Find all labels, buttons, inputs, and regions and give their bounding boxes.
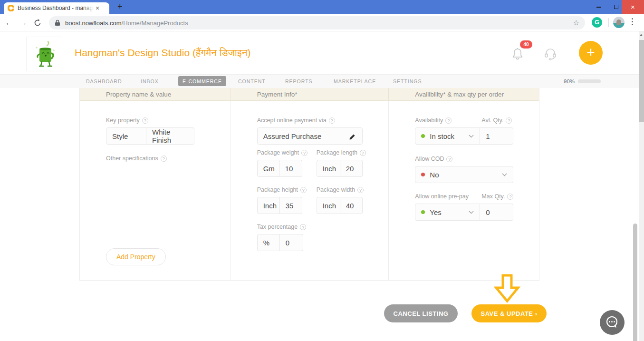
weight-unit-select[interactable]: Gm xyxy=(257,160,279,177)
business-name: Hangman's Design Studio (हैंगमैन डिजाइन) xyxy=(75,47,251,58)
notifications-bell-icon[interactable] xyxy=(511,47,526,61)
height-unit-select[interactable]: Inch xyxy=(257,197,280,214)
card-body: Key property ? Style White Finish Other … xyxy=(80,101,539,280)
nav-marketplace[interactable]: MARKETPLACE xyxy=(334,75,376,88)
allow-prepay-label: Allow online pre-pay xyxy=(415,193,481,200)
close-button[interactable]: × xyxy=(622,0,644,14)
package-length-label: Package length ? xyxy=(317,149,366,156)
chat-bubble-icon xyxy=(604,314,620,331)
notification-count-badge: 40 xyxy=(520,40,532,49)
help-icon[interactable]: ? xyxy=(300,187,307,193)
nav-content[interactable]: CONTENT xyxy=(238,75,266,88)
payment-column: Accept online payment via ? Assured Purc… xyxy=(231,101,389,280)
package-length-inputs: Inch 20 xyxy=(317,160,363,177)
toolbar-divider xyxy=(608,18,609,27)
availability-label: Availability ? xyxy=(415,117,481,124)
nav-dashboard[interactable]: DASHBOARD xyxy=(86,75,122,88)
product-form-card: Property name & value Payment Info* Avai… xyxy=(79,88,539,281)
help-icon[interactable]: ? xyxy=(445,117,452,124)
width-unit-select[interactable]: Inch xyxy=(317,197,340,214)
column-header-availability: Availibility* & max qty per order xyxy=(389,88,539,100)
business-logo[interactable] xyxy=(26,37,62,71)
add-property-button[interactable]: Add Property xyxy=(106,248,166,265)
help-icon[interactable]: ? xyxy=(301,150,308,156)
weight-value-input[interactable]: 10 xyxy=(279,160,302,177)
save-update-button[interactable]: SAVE & UPDATE › xyxy=(471,304,547,322)
url-text: boost.nowfloats.com/Home/ManageProducts xyxy=(65,19,188,27)
help-icon[interactable]: ? xyxy=(142,117,148,124)
tax-inputs: % 0 xyxy=(257,234,389,251)
column-header-property: Property name & value xyxy=(80,88,231,100)
package-width-inputs: Inch 40 xyxy=(317,197,363,214)
property-value-input[interactable]: White Finish xyxy=(146,127,194,145)
cancel-listing-button[interactable]: CANCEL LISTING xyxy=(384,304,458,322)
inner-scrollbar-thumb[interactable] xyxy=(633,224,637,341)
length-value-input[interactable]: 20 xyxy=(340,160,363,177)
width-value-input[interactable]: 40 xyxy=(340,197,363,214)
browser-toolbar: ← → boost.nowfloats.com/Home/ManageProdu… xyxy=(0,14,644,31)
help-icon[interactable]: ? xyxy=(329,117,335,124)
package-height-inputs: Inch 35 xyxy=(257,197,317,214)
edit-pencil-icon[interactable] xyxy=(349,133,356,140)
length-unit-select[interactable]: Inch xyxy=(317,160,340,177)
profile-completion-label: 90% xyxy=(564,75,575,88)
help-icon[interactable]: ? xyxy=(357,187,364,193)
allow-prepay-select[interactable]: Yes xyxy=(415,204,480,221)
nav-settings[interactable]: SETTINGS xyxy=(393,75,422,88)
help-icon[interactable]: ? xyxy=(161,156,167,162)
browser-scrollbar[interactable] xyxy=(639,31,644,341)
allow-cod-select[interactable]: No xyxy=(415,166,513,183)
add-button[interactable]: + xyxy=(579,41,603,65)
package-height-label: Package height ? xyxy=(257,186,317,193)
chat-widget-button[interactable] xyxy=(600,310,625,335)
availability-column: Availability ? Avl. Qty. ? In stock 1 xyxy=(389,101,539,280)
new-tab-button[interactable]: + xyxy=(117,2,123,11)
tax-value-input[interactable]: 0 xyxy=(280,234,303,251)
prepay-inputs: Yes 0 xyxy=(415,204,513,221)
payment-method-input[interactable]: Assured Purchase xyxy=(257,127,363,145)
height-value-input[interactable]: 35 xyxy=(280,197,302,214)
nav-inbox[interactable]: INBOX xyxy=(141,75,159,88)
help-icon[interactable]: ? xyxy=(507,194,513,200)
tab-title: Business Dashboard - manage yo xyxy=(18,5,94,11)
mug-character-icon xyxy=(30,40,58,68)
avl-qty-label: Avl. Qty. ? xyxy=(481,117,512,124)
browser-menu-icon[interactable] xyxy=(632,18,633,25)
allow-cod-label: Allow COD ? xyxy=(415,156,539,162)
key-property-inputs: Style White Finish xyxy=(106,127,231,145)
scrollbar-up-arrow-icon[interactable] xyxy=(640,34,643,36)
browser-titlebar: Business Dashboard - manage yo × + × xyxy=(0,0,644,14)
profile-completion-bar xyxy=(578,79,601,83)
annotation-down-arrow-icon xyxy=(492,274,522,303)
prepay-status-dot xyxy=(421,210,425,214)
forward-icon: → xyxy=(16,14,30,31)
card-column-headers: Property name & value Payment Info* Avai… xyxy=(80,88,539,101)
tax-percentage-label: Tax percentage ? xyxy=(257,224,389,230)
browser-profile-avatar[interactable] xyxy=(613,17,625,28)
browser-tab[interactable]: Business Dashboard - manage yo × xyxy=(4,2,109,14)
help-icon[interactable]: ? xyxy=(506,117,512,124)
accept-payment-label: Accept online payment via ? xyxy=(257,117,389,124)
help-icon[interactable]: ? xyxy=(300,224,306,230)
help-icon[interactable]: ? xyxy=(446,156,452,162)
package-weight-inputs: Gm 10 xyxy=(257,160,317,177)
grammarly-extension-icon[interactable]: G xyxy=(592,17,602,28)
nav-ecommerce[interactable]: E-COMMERCE xyxy=(178,76,226,86)
chevron-down-icon xyxy=(502,173,507,176)
refresh-icon[interactable] xyxy=(30,14,45,31)
back-icon[interactable]: ← xyxy=(2,14,16,31)
support-headset-icon[interactable] xyxy=(544,47,558,61)
address-bar[interactable]: boost.nowfloats.com/Home/ManageProducts … xyxy=(49,16,585,29)
availability-select[interactable]: In stock xyxy=(415,127,480,145)
help-icon[interactable]: ? xyxy=(360,150,366,156)
bookmark-star-icon[interactable]: ☆ xyxy=(573,19,579,27)
cod-status-dot xyxy=(421,173,425,176)
minimize-button[interactable] xyxy=(590,0,607,14)
property-name-input[interactable]: Style xyxy=(106,127,146,145)
nav-reports[interactable]: REPORTS xyxy=(285,75,313,88)
lock-icon xyxy=(55,19,60,26)
avl-qty-input[interactable]: 1 xyxy=(480,127,513,145)
browser-scrollbar-thumb[interactable] xyxy=(639,40,644,122)
tab-close-icon[interactable]: × xyxy=(96,5,99,11)
max-qty-input[interactable]: 0 xyxy=(480,204,513,221)
